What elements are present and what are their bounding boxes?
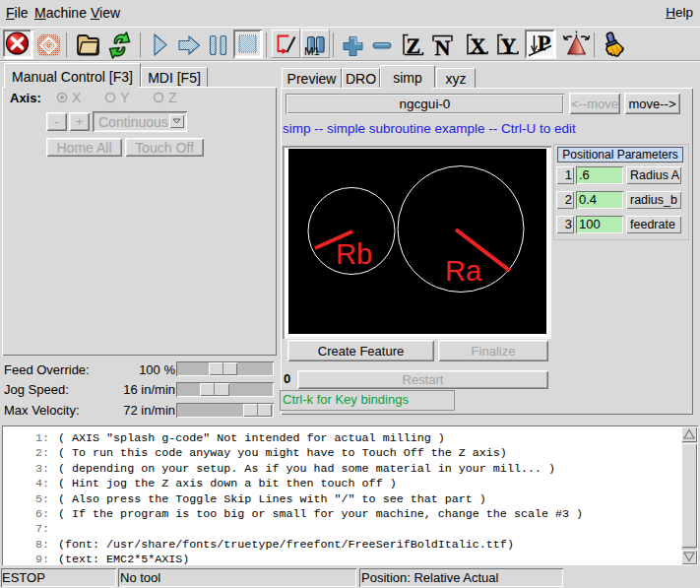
svg-text:Y: Y [501, 33, 517, 58]
svg-text:M1: M1 [304, 46, 320, 58]
svg-text:Z: Z [407, 33, 421, 58]
svg-text:P: P [538, 31, 550, 55]
svg-text:Ra: Ra [445, 255, 482, 287]
svg-text:X: X [471, 33, 486, 58]
svg-text:Rb: Rb [336, 238, 372, 270]
svg-text:N: N [435, 35, 451, 60]
